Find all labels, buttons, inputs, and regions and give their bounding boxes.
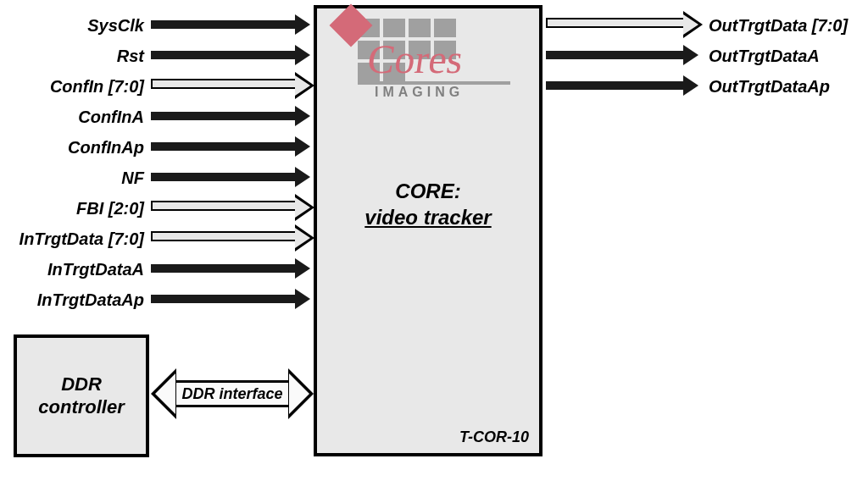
input-arrow-rst bbox=[151, 51, 295, 59]
ddr-controller-label-2: controller bbox=[38, 396, 124, 417]
ddr-controller-label-1: DDR bbox=[61, 373, 102, 395]
input-label-intrgtdata70: InTrgtData [7:0] bbox=[0, 227, 144, 251]
core-title: CORE: video tracker bbox=[317, 178, 539, 230]
arrow-head-left-icon bbox=[151, 368, 176, 419]
ddr-interface-label: DDR interface bbox=[176, 380, 288, 407]
input-arrow-confinap bbox=[151, 142, 295, 151]
ddr-controller-block: DDR controller bbox=[14, 334, 149, 457]
core-part-number: T-COR-10 bbox=[459, 428, 529, 446]
input-arrow-confina bbox=[151, 112, 295, 120]
input-label-intrgtdataap: InTrgtDataAp bbox=[0, 288, 144, 312]
logo-subtext: IMAGING bbox=[375, 85, 464, 100]
output-arrow-outtrgtdataa bbox=[546, 51, 683, 59]
input-label-sysclk: SysClk bbox=[0, 14, 144, 37]
input-arrow-intrgtdataap bbox=[151, 295, 295, 303]
input-arrow-confin70 bbox=[151, 79, 295, 89]
diagram-canvas: Cores IMAGING CORE: video tracker T-COR-… bbox=[0, 0, 868, 492]
core-title-line2: video tracker bbox=[364, 206, 491, 229]
input-arrow-fbi20 bbox=[151, 201, 295, 211]
input-arrow-intrgtdata70 bbox=[151, 231, 295, 241]
output-label-outtrgtdataa: OutTrgtDataA bbox=[709, 44, 868, 68]
output-arrow-outtrgtdataap bbox=[546, 81, 683, 90]
output-arrow-outtrgtdata70 bbox=[546, 18, 683, 28]
input-label-confina: ConfInA bbox=[0, 105, 144, 129]
output-label-outtrgtdata70: OutTrgtData [7:0] bbox=[709, 14, 868, 37]
logo-script-text: Cores bbox=[364, 36, 466, 82]
input-arrow-intrgtdataa bbox=[151, 264, 295, 273]
input-label-nf: NF bbox=[0, 166, 144, 190]
ddr-interface-arrow: DDR interface bbox=[151, 368, 314, 419]
input-label-confinap: ConfInAp bbox=[0, 135, 144, 159]
input-label-intrgtdataa: InTrgtDataA bbox=[0, 257, 144, 281]
input-label-fbi20: FBI [2:0] bbox=[0, 196, 144, 220]
logo: Cores IMAGING bbox=[324, 14, 536, 107]
input-label-confin70: ConfIn [7:0] bbox=[0, 75, 144, 98]
arrow-head-right-icon bbox=[288, 368, 314, 419]
core-block: Cores IMAGING CORE: video tracker T-COR-… bbox=[314, 5, 542, 456]
input-arrow-nf bbox=[151, 173, 295, 181]
output-label-outtrgtdataap: OutTrgtDataAp bbox=[709, 75, 868, 98]
core-title-line1: CORE: bbox=[395, 180, 460, 202]
input-label-rst: Rst bbox=[0, 44, 144, 68]
input-arrow-sysclk bbox=[151, 20, 295, 29]
